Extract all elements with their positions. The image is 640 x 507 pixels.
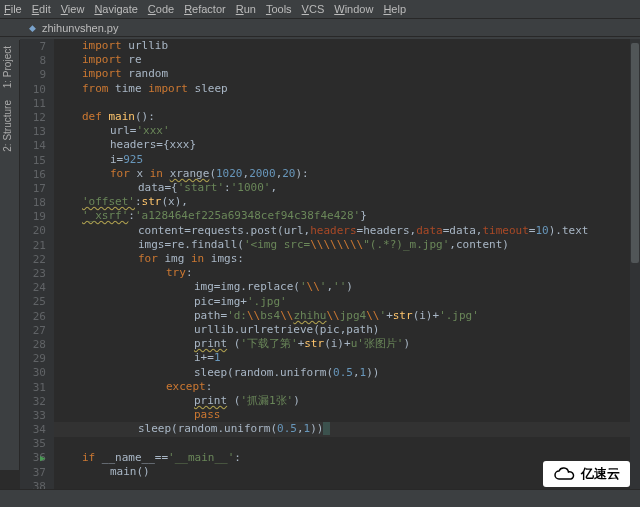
code-line: i+=1 bbox=[194, 351, 221, 365]
line-number: 14 bbox=[20, 139, 54, 153]
line-number: 7 bbox=[20, 40, 54, 54]
line-number: 25 bbox=[20, 295, 54, 309]
cloud-icon bbox=[553, 467, 575, 481]
line-number: 34 bbox=[20, 423, 54, 437]
line-number: 16 bbox=[20, 168, 54, 182]
line-number: 24 bbox=[20, 281, 54, 295]
code-line: sleep(random.uniform(0.5,1)) bbox=[194, 366, 379, 380]
watermark: 亿速云 bbox=[543, 461, 630, 487]
menu-file[interactable]: File bbox=[4, 3, 22, 15]
line-number: 10 bbox=[20, 83, 54, 97]
line-number: 15 bbox=[20, 154, 54, 168]
breadcrumb-file[interactable]: zhihunvshen.py bbox=[42, 22, 118, 34]
code-line: imgs=re.findall('<img src=\\\\\\\\"(.*?)… bbox=[138, 238, 509, 252]
menu-tools[interactable]: Tools bbox=[266, 3, 292, 15]
line-number: 37 bbox=[20, 466, 54, 480]
line-number: 8 bbox=[20, 54, 54, 68]
line-number: 27 bbox=[20, 324, 54, 338]
line-number: 13 bbox=[20, 125, 54, 139]
line-number: 28 bbox=[20, 338, 54, 352]
line-number: 20 bbox=[20, 224, 54, 238]
menu-vcs[interactable]: VCS bbox=[302, 3, 325, 15]
breadcrumb: zhihunvshen.py bbox=[0, 19, 640, 37]
menu-refactor[interactable]: Refactor bbox=[184, 3, 226, 15]
line-number: 33 bbox=[20, 409, 54, 423]
code-line: urllib.urlretrieve(pic,path) bbox=[194, 323, 379, 337]
code-area[interactable]: import urllibimport reimport randomfrom … bbox=[54, 39, 640, 489]
line-number: 22 bbox=[20, 253, 54, 267]
menu-help[interactable]: Help bbox=[383, 3, 406, 15]
line-number: 23 bbox=[20, 267, 54, 281]
menu-edit[interactable]: Edit bbox=[32, 3, 51, 15]
code-line: pass bbox=[194, 408, 221, 422]
line-number: 36 bbox=[20, 451, 54, 465]
line-number: 26 bbox=[20, 310, 54, 324]
line-gutter: 7891011121314151617181920212223242526272… bbox=[20, 39, 54, 489]
code-line: i=925 bbox=[110, 153, 143, 167]
line-number: 9 bbox=[20, 68, 54, 82]
code-line: for img in imgs: bbox=[138, 252, 244, 266]
tool-window-bar-left: 1: Project 2: Structure bbox=[0, 40, 20, 470]
menu-navigate[interactable]: Navigate bbox=[94, 3, 137, 15]
vertical-scrollbar[interactable] bbox=[630, 39, 640, 489]
code-line: print ('抓漏1张') bbox=[194, 394, 300, 408]
menu-window[interactable]: Window bbox=[334, 3, 373, 15]
code-line: 'offset':str(x), bbox=[82, 195, 188, 209]
run-gutter-icon[interactable]: ▶ bbox=[40, 451, 45, 465]
code-line: try: bbox=[166, 266, 193, 280]
line-number: 18 bbox=[20, 196, 54, 210]
code-line: import re bbox=[82, 53, 142, 67]
code-line: pic=img+'.jpg' bbox=[194, 295, 287, 309]
code-line: if __name__=='__main__': bbox=[82, 451, 241, 465]
tool-tab-project[interactable]: 1: Project bbox=[0, 40, 15, 94]
status-bar bbox=[0, 489, 640, 507]
code-editor[interactable]: 7891011121314151617181920212223242526272… bbox=[20, 39, 640, 489]
code-line: img=img.replace('\\','') bbox=[194, 280, 353, 294]
line-number: 19 bbox=[20, 210, 54, 224]
code-line: path='d:\\bs4\\zhihu\\jpg4\\'+str(i)+'.j… bbox=[194, 309, 479, 323]
line-number: 31 bbox=[20, 381, 54, 395]
menu-bar: FileEditViewNavigateCodeRefactorRunTools… bbox=[0, 0, 640, 19]
line-number: 12 bbox=[20, 111, 54, 125]
line-number: 30 bbox=[20, 366, 54, 380]
code-line: headers={xxx} bbox=[110, 138, 196, 152]
code-line: '_xsrf':'a128464ef225a69348cef94c38f4e42… bbox=[82, 209, 367, 223]
code-line: content=requests.post(url,headers=header… bbox=[138, 224, 588, 238]
line-number: 21 bbox=[20, 239, 54, 253]
code-line: for x in xrange(1020,2000,20): bbox=[110, 167, 309, 181]
code-line: sleep(random.uniform(0.5,1)) bbox=[138, 422, 330, 436]
code-line: except: bbox=[166, 380, 212, 394]
tool-tab-structure[interactable]: 2: Structure bbox=[0, 94, 15, 158]
menu-view[interactable]: View bbox=[61, 3, 85, 15]
line-number: 11 bbox=[20, 97, 54, 111]
code-line: from time import sleep bbox=[82, 82, 228, 96]
code-line: url='xxx' bbox=[110, 124, 170, 138]
code-line: import urllib bbox=[82, 39, 168, 53]
menu-code[interactable]: Code bbox=[148, 3, 174, 15]
scrollbar-thumb[interactable] bbox=[631, 43, 639, 263]
code-line: main() bbox=[110, 465, 150, 479]
python-file-icon bbox=[26, 22, 38, 34]
line-number: 29 bbox=[20, 352, 54, 366]
menu-run[interactable]: Run bbox=[236, 3, 256, 15]
line-number: 35 bbox=[20, 437, 54, 451]
line-number: 32 bbox=[20, 395, 54, 409]
code-line: print ('下载了第'+str(i)+u'张图片') bbox=[194, 337, 410, 351]
code-line: import random bbox=[82, 67, 168, 81]
code-line: def main(): bbox=[82, 110, 155, 124]
code-line: data={'start':'1000', bbox=[138, 181, 277, 195]
line-number: 17 bbox=[20, 182, 54, 196]
